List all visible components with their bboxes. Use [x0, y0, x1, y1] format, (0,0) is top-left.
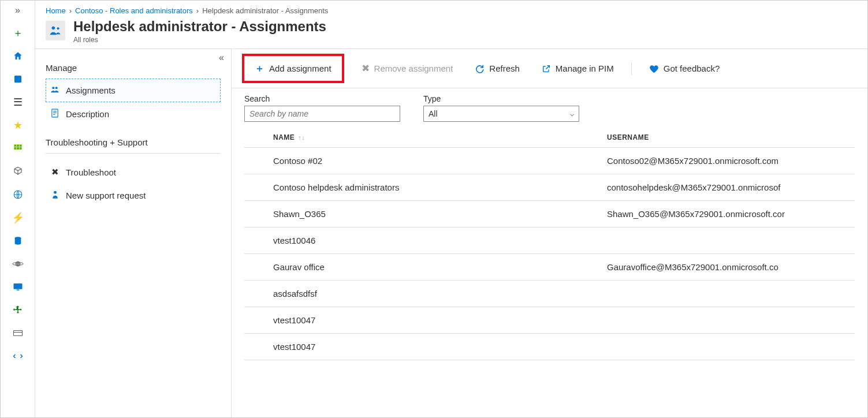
refresh-label: Refresh — [489, 64, 520, 73]
refresh-icon — [475, 64, 485, 73]
manage-section-header: Manage — [46, 63, 221, 73]
cell-name: Contoso helpdesk administrators — [244, 174, 602, 201]
cell-username: Contoso02@M365x729001.onmicrosoft.com — [602, 148, 855, 174]
resource-groups-icon[interactable] — [12, 166, 24, 177]
support-icon — [50, 190, 60, 201]
cell-username: Shawn_O365@M365x729001.onmicrosoft.cor — [602, 201, 855, 227]
app-services-icon[interactable] — [12, 189, 24, 200]
add-assignment-button[interactable]: ＋ Add assignment — [250, 58, 336, 79]
table-row[interactable]: asdsafsdfsf — [244, 281, 855, 307]
refresh-button[interactable]: Refresh — [470, 60, 524, 77]
resource-menu: « Manage Assignments Description — [35, 49, 232, 417]
collapse-menu-icon[interactable]: « — [219, 53, 224, 63]
svg-rect-5 — [17, 147, 19, 150]
cosmos-db-icon[interactable] — [12, 258, 24, 270]
menu-description-label: Description — [66, 109, 109, 119]
cell-name: vtest10047 — [244, 334, 602, 360]
cell-name: Gaurav office — [244, 254, 602, 281]
menu-new-support-label: New support request — [66, 191, 146, 200]
type-label: Type — [423, 94, 579, 103]
command-bar: ＋ Add assignment ✖ Remove assignment Ref… — [232, 49, 867, 88]
table-row[interactable]: Contoso helpdesk administratorscontosohe… — [244, 174, 855, 201]
cell-name: asdsafsdfsf — [244, 281, 602, 307]
cell-username — [602, 334, 855, 360]
assignments-icon — [50, 85, 60, 96]
page-header: Helpdesk administrator - Assignments All… — [35, 18, 867, 48]
table-row[interactable]: vtest10047 — [244, 307, 855, 334]
load-balancers-icon[interactable] — [12, 304, 24, 316]
svg-rect-3 — [19, 144, 21, 147]
column-username-header[interactable]: USERNAME — [602, 125, 855, 148]
filter-row: Search Type All ⌵ — [232, 88, 867, 125]
search-label: Search — [244, 94, 400, 103]
breadcrumb-roles[interactable]: Contoso - Roles and administrators — [75, 6, 193, 15]
svg-rect-0 — [14, 76, 21, 83]
role-icon — [46, 21, 65, 40]
table-row[interactable]: vtest10046 — [244, 227, 855, 254]
menu-new-support[interactable]: New support request — [46, 184, 221, 207]
chevron-right-icon: › — [69, 6, 72, 15]
favorites-icon[interactable]: ★ — [12, 120, 24, 131]
heart-icon — [649, 64, 659, 73]
virtual-networks-icon[interactable] — [12, 350, 24, 362]
storage-accounts-icon[interactable] — [12, 327, 24, 339]
assignments-table-wrap: NAME↑↓ USERNAME Contoso #02Contoso02@M36… — [232, 125, 867, 417]
svg-rect-2 — [17, 144, 19, 147]
svg-point-17 — [52, 87, 54, 89]
divider — [46, 153, 221, 154]
content-row: « Manage Assignments Description — [35, 48, 867, 417]
feedback-label: Got feedback? — [664, 64, 720, 73]
remove-assignment-label: Remove assignment — [374, 64, 453, 73]
svg-rect-4 — [14, 147, 16, 150]
troubleshoot-section-header: Troubleshooting + Support — [46, 137, 221, 147]
all-services-icon[interactable]: ☰ — [12, 96, 24, 108]
table-row[interactable]: Gaurav officeGauravoffice@M365x729001.on… — [244, 254, 855, 281]
highlight-annotation: ＋ Add assignment — [242, 54, 344, 83]
search-input[interactable] — [244, 106, 400, 122]
svg-point-18 — [55, 87, 58, 89]
virtual-machines-icon[interactable] — [12, 281, 24, 293]
svg-rect-6 — [19, 147, 21, 150]
function-apps-icon[interactable]: ⚡ — [12, 212, 24, 223]
menu-troubleshoot[interactable]: ✖ Troubleshoot — [46, 161, 221, 184]
sql-databases-icon[interactable] — [12, 235, 24, 247]
cell-name: Shawn_O365 — [244, 201, 602, 227]
remove-assignment-button[interactable]: ✖ Remove assignment — [357, 59, 458, 78]
cell-name: Contoso #02 — [244, 148, 602, 174]
cell-username: contosohelpdesk@M365x729001.onmicrosof — [602, 174, 855, 201]
breadcrumb-current: Helpdesk administrator - Assignments — [202, 6, 328, 15]
svg-point-16 — [57, 27, 59, 29]
menu-description[interactable]: Description — [46, 102, 221, 126]
all-resources-icon[interactable] — [12, 143, 24, 154]
detail-pane: ＋ Add assignment ✖ Remove assignment Ref… — [232, 49, 867, 417]
svg-rect-1 — [14, 144, 16, 147]
type-select-value: All — [429, 109, 438, 118]
table-row[interactable]: Shawn_O365Shawn_O365@M365x729001.onmicro… — [244, 201, 855, 227]
column-name-header[interactable]: NAME↑↓ — [244, 125, 602, 148]
table-row[interactable]: Contoso #02Contoso02@M365x729001.onmicro… — [244, 148, 855, 174]
troubleshoot-icon: ✖ — [50, 167, 60, 177]
feedback-button[interactable]: Got feedback? — [645, 60, 725, 77]
remove-icon: ✖ — [362, 62, 370, 74]
type-select[interactable]: All ⌵ — [423, 106, 579, 122]
description-icon — [50, 109, 60, 120]
manage-pim-button[interactable]: Manage in PIM — [537, 60, 619, 77]
svg-rect-13 — [13, 331, 22, 336]
breadcrumb: Home › Contoso - Roles and administrator… — [35, 1, 867, 18]
menu-assignments[interactable]: Assignments — [46, 79, 221, 102]
cell-name: vtest10047 — [244, 307, 602, 334]
dashboard-icon[interactable] — [12, 73, 24, 85]
expand-rail-icon[interactable]: » — [15, 5, 20, 16]
menu-assignments-label: Assignments — [66, 85, 116, 95]
cell-username: Gauravoffice@M365x729001.onmicrosoft.co — [602, 254, 855, 281]
table-row[interactable]: vtest10047 — [244, 334, 855, 360]
breadcrumb-home[interactable]: Home — [46, 6, 66, 15]
home-icon[interactable] — [12, 50, 24, 62]
main-area: Home › Contoso - Roles and administrator… — [35, 1, 867, 417]
plus-icon: ＋ — [255, 62, 265, 75]
svg-rect-12 — [16, 290, 19, 291]
page-subtitle: All roles — [73, 36, 326, 44]
create-resource-icon[interactable]: ＋ — [12, 27, 24, 39]
svg-rect-11 — [13, 283, 22, 289]
cell-name: vtest10046 — [244, 227, 602, 254]
